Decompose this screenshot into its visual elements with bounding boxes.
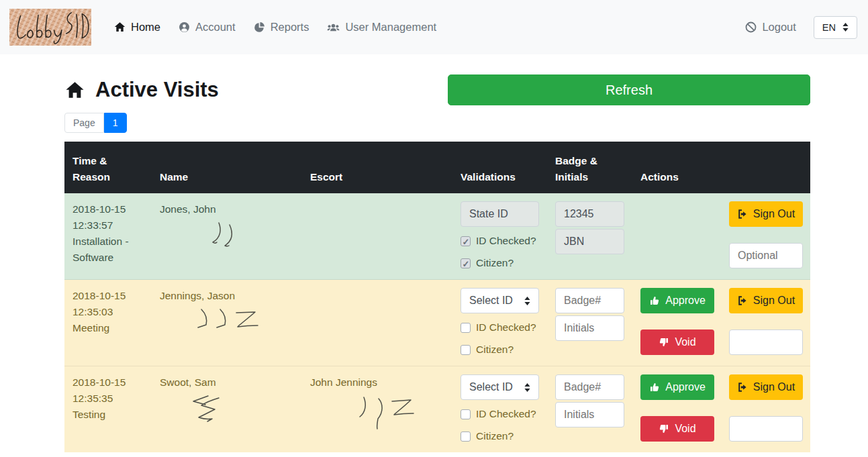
refresh-button[interactable]: Refresh: [448, 74, 810, 105]
nav-item-user-management[interactable]: User Management: [319, 15, 444, 39]
id-checked-row: ID Checked?: [461, 319, 539, 336]
visit-time: 12:33:57: [73, 217, 144, 234]
sign-out-button[interactable]: Sign Out: [729, 374, 803, 400]
sign-out-button[interactable]: Sign Out: [729, 288, 803, 313]
header-badge-initials: Badge & Initials: [547, 142, 632, 193]
approve-button[interactable]: Approve: [640, 288, 714, 313]
header-validations: Validations: [452, 142, 547, 193]
void-button[interactable]: Void: [640, 416, 714, 442]
citizen-label: Citizen?: [476, 255, 514, 271]
cell-escort: John Jennings: [302, 366, 452, 453]
updown-caret-icon: [524, 297, 530, 305]
visit-reason: Testing: [73, 407, 144, 423]
language-value: EN: [822, 22, 836, 33]
id-type-select[interactable]: Select ID: [461, 374, 539, 400]
visit-date: 2018-10-15: [73, 288, 144, 304]
home-icon: [64, 81, 85, 100]
table-row: 2018-10-15 12:33:57 Installation - Softw…: [64, 193, 810, 280]
visit-date: 2018-10-15: [73, 374, 144, 391]
cell-name: Swoot, Sam: [152, 366, 302, 453]
void-button[interactable]: Void: [640, 329, 714, 355]
main-content: Active Visits Refresh Page 1 Time & Reas…: [0, 54, 868, 452]
updown-caret-icon: [524, 383, 530, 392]
ban-icon: [745, 21, 757, 33]
cell-badge-initials: [547, 366, 632, 453]
pagination-page-label[interactable]: Page: [64, 113, 104, 133]
badge-input[interactable]: [555, 374, 624, 400]
initials-input[interactable]: [555, 402, 624, 427]
visitor-name: Jones, John: [160, 201, 294, 217]
id-checked-label: ID Checked?: [476, 319, 536, 336]
citizen-label: Citizen?: [476, 342, 514, 358]
cell-time-reason: 2018-10-15 12:35:35 Testing: [64, 366, 152, 453]
signout-note-input[interactable]: [729, 329, 803, 355]
nav-item-label: User Management: [345, 21, 436, 34]
nav-right: Logout EN: [745, 16, 857, 39]
signout-note-input[interactable]: [729, 416, 803, 442]
page-title-text: Active Visits: [95, 78, 219, 102]
brand-logo[interactable]: [9, 9, 91, 46]
id-checked-row: ID Checked?: [461, 406, 539, 422]
thumbs-up-icon: [649, 295, 660, 306]
sign-out-icon: [737, 295, 748, 306]
visitor-signature: [205, 220, 239, 251]
id-type-select[interactable]: Select ID: [461, 288, 539, 313]
signout-note-input[interactable]: [729, 243, 803, 268]
nav-item-label: Account: [195, 21, 236, 34]
logout-button[interactable]: Logout: [745, 21, 795, 34]
sign-out-icon: [737, 382, 748, 393]
citizen-checkbox[interactable]: [461, 431, 471, 442]
id-type-select: State ID: [461, 201, 539, 227]
header-escort: Escort: [302, 142, 452, 193]
nav-item-account[interactable]: Account: [171, 15, 244, 39]
sign-out-icon: [737, 209, 748, 219]
id-checked-checkbox[interactable]: [461, 323, 471, 333]
id-checked-row: ID Checked?: [461, 233, 539, 249]
visit-time: 12:35:03: [73, 304, 144, 320]
language-select[interactable]: EN: [814, 16, 857, 39]
visitor-name: Jennings, Jason: [160, 288, 294, 304]
initials-input[interactable]: [555, 315, 624, 341]
pagination: Page 1: [64, 113, 127, 133]
header-name: Name: [152, 142, 302, 193]
nav-item-label: Reports: [271, 21, 309, 34]
nav-links: Home Account Reports User Management: [106, 15, 444, 39]
citizen-label: Citizen?: [476, 428, 514, 444]
home-icon: [114, 21, 126, 33]
visitor-signature: [191, 393, 238, 428]
approve-button[interactable]: Approve: [640, 374, 714, 400]
nav-item-label: Home: [131, 21, 160, 34]
initials-input: [555, 229, 624, 254]
visit-date: 2018-10-15: [73, 201, 144, 217]
thumbs-up-icon: [649, 382, 660, 393]
title-row: Active Visits Refresh: [64, 74, 810, 105]
escort-name: John Jennings: [310, 374, 444, 391]
nav-item-reports[interactable]: Reports: [246, 15, 318, 39]
id-checked-checkbox[interactable]: [461, 409, 471, 419]
cell-time-reason: 2018-10-15 12:33:57 Installation - Softw…: [64, 193, 152, 280]
visit-time: 12:35:35: [73, 391, 144, 407]
visitor-signature: [195, 307, 269, 335]
citizen-row: Citizen?: [461, 342, 539, 358]
citizen-checkbox[interactable]: [461, 345, 471, 355]
nav-item-home[interactable]: Home: [106, 15, 168, 39]
top-navbar: Home Account Reports User Management L: [0, 0, 868, 54]
cell-name: Jones, John: [152, 193, 302, 280]
cell-time-reason: 2018-10-15 12:35:03 Meeting: [64, 280, 152, 366]
visit-reason: Installation - Software: [73, 234, 144, 266]
cell-name: Jennings, Jason: [152, 280, 302, 366]
brand-logo-scrawl: [11, 10, 90, 45]
cell-badge-initials: [547, 193, 632, 280]
table-header-row: Time & Reason Name Escort Validations Ba…: [64, 142, 810, 193]
sign-out-button[interactable]: Sign Out: [729, 201, 803, 227]
badge-input[interactable]: [555, 288, 624, 313]
cell-actions: Approve Sign Out Void: [632, 280, 810, 366]
cell-actions: Approve Sign Out Void: [632, 366, 810, 453]
pagination-current-page[interactable]: 1: [104, 113, 127, 133]
page-title: Active Visits: [64, 78, 219, 102]
cell-escort: [302, 193, 452, 280]
users-icon: [327, 21, 340, 33]
header-actions: Actions: [632, 142, 810, 193]
citizen-checkbox: [461, 258, 471, 268]
cell-validations: Select ID ID Checked? Citizen?: [452, 280, 547, 366]
